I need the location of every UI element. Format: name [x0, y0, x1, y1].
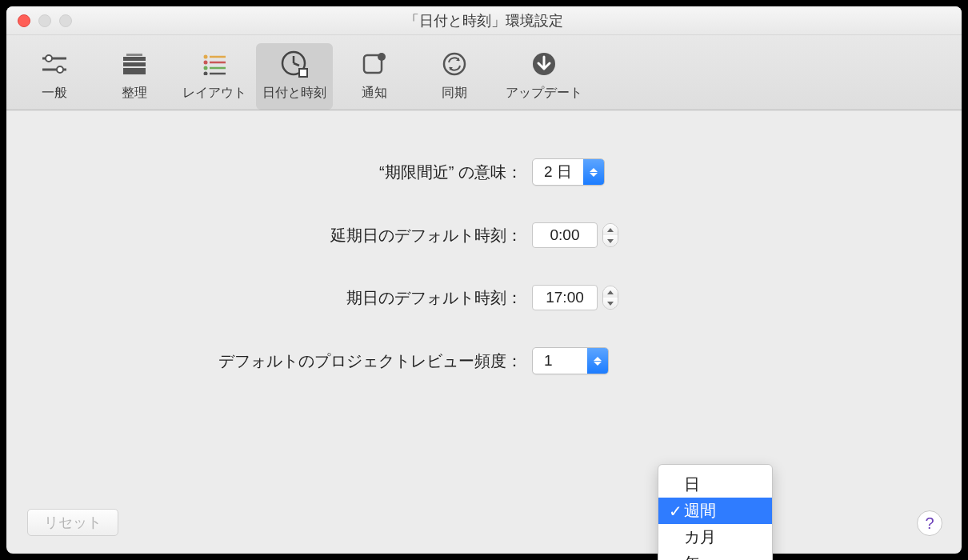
toolbar-label: 整理: [122, 85, 147, 102]
defer-time-input[interactable]: 0:00: [532, 222, 598, 248]
svg-point-12: [204, 66, 208, 70]
toolbar-label: 日付と時刻: [262, 85, 326, 102]
download-icon: [528, 48, 560, 80]
reset-button[interactable]: リセット: [27, 509, 118, 536]
review-number-value: 1: [533, 352, 587, 370]
sync-icon: [438, 48, 470, 80]
toolbar-tab-dates[interactable]: 日付と時刻: [256, 43, 333, 110]
preferences-window: 「日付と時刻」環境設定 一般: [6, 6, 962, 554]
toolbar-tab-general[interactable]: 一般: [16, 43, 93, 110]
svg-point-3: [57, 66, 63, 73]
svg-rect-6: [123, 68, 146, 74]
svg-rect-19: [299, 69, 307, 77]
dropdown-option-label: 日: [684, 474, 700, 495]
svg-line-18: [294, 63, 299, 66]
content-pane: “期限間近” の意味： 2 日 延期日のデフォルト時刻： 0:00: [6, 110, 962, 554]
due-time-label: 期日のデフォルト時刻：: [100, 287, 532, 309]
toolbar-tab-sync[interactable]: 同期: [416, 43, 493, 110]
stepper-up-icon[interactable]: [603, 286, 618, 298]
dropdown-option-label: 週間: [684, 500, 716, 522]
due-time-stepper[interactable]: [602, 286, 618, 310]
svg-rect-7: [126, 54, 142, 56]
svg-point-14: [204, 72, 208, 76]
toolbar-tab-layout[interactable]: レイアウト: [176, 43, 253, 110]
dropdown-option-month[interactable]: ✓ カ月: [658, 524, 772, 550]
help-button[interactable]: ?: [917, 510, 942, 536]
review-label: デフォルトのプロジェクトレビュー頻度：: [100, 350, 532, 372]
defer-time-stepper[interactable]: [602, 223, 618, 247]
svg-point-10: [204, 61, 208, 65]
due-soon-label: “期限間近” の意味：: [100, 162, 532, 183]
toolbar-label: 通知: [362, 85, 387, 102]
svg-rect-4: [123, 57, 146, 61]
toolbar: 一般 整理 レイアウト: [6, 35, 962, 110]
notification-icon: [358, 48, 390, 80]
toolbar-label: レイアウト: [182, 85, 246, 102]
list-icon: [198, 48, 230, 80]
zoom-button[interactable]: [59, 14, 72, 27]
stepper-down-icon[interactable]: [603, 235, 618, 246]
due-soon-value: 2 日: [533, 162, 583, 182]
dropdown-option-week[interactable]: ✓ 週間: [658, 498, 772, 524]
dropdown-option-year[interactable]: ✓ 年: [658, 550, 772, 560]
stepper-arrows-icon: [587, 347, 608, 374]
toolbar-label: 一般: [42, 85, 67, 102]
due-time-input[interactable]: 17:00: [532, 285, 598, 310]
svg-point-1: [46, 55, 52, 62]
sliders-icon: [38, 48, 70, 80]
window-title: 「日付と時刻」環境設定: [405, 11, 563, 30]
row-due-time: 期日のデフォルト時刻： 17:00: [38, 285, 930, 310]
close-button[interactable]: [18, 14, 30, 27]
dropdown-option-label: カ月: [684, 526, 716, 548]
checkmark-icon: ✓: [666, 502, 684, 521]
stepper-down-icon[interactable]: [603, 298, 618, 309]
row-review-frequency: デフォルトのプロジェクトレビュー頻度： 1: [38, 347, 930, 374]
dropdown-option-label: 年: [684, 553, 700, 560]
row-due-soon: “期限間近” の意味： 2 日: [38, 158, 930, 186]
minimize-button[interactable]: [38, 14, 51, 27]
toolbar-label: 同期: [442, 85, 467, 102]
titlebar: 「日付と時刻」環境設定: [6, 6, 962, 35]
svg-rect-5: [123, 62, 146, 66]
traffic-lights: [18, 14, 72, 27]
inbox-icon: [118, 48, 150, 80]
dropdown-option-day[interactable]: ✓ 日: [658, 471, 772, 498]
row-defer-time: 延期日のデフォルト時刻： 0:00: [38, 222, 930, 248]
stepper-arrows-icon: [583, 158, 604, 186]
toolbar-tab-organize[interactable]: 整理: [96, 43, 173, 110]
stepper-up-icon[interactable]: [603, 224, 618, 235]
svg-point-8: [204, 55, 208, 59]
toolbar-tab-notifications[interactable]: 通知: [336, 43, 413, 110]
due-soon-popup[interactable]: 2 日: [532, 158, 605, 186]
review-unit-dropdown[interactable]: ✓ 日 ✓ 週間 ✓ カ月 ✓ 年: [658, 464, 773, 560]
clock-icon: [278, 48, 310, 80]
toolbar-tab-update[interactable]: アップデート: [496, 43, 592, 110]
defer-time-label: 延期日のデフォルト時刻：: [100, 225, 532, 246]
review-number-popup[interactable]: 1: [532, 347, 609, 374]
toolbar-label: アップデート: [506, 85, 582, 102]
svg-point-21: [378, 53, 386, 61]
svg-point-22: [444, 54, 465, 74]
